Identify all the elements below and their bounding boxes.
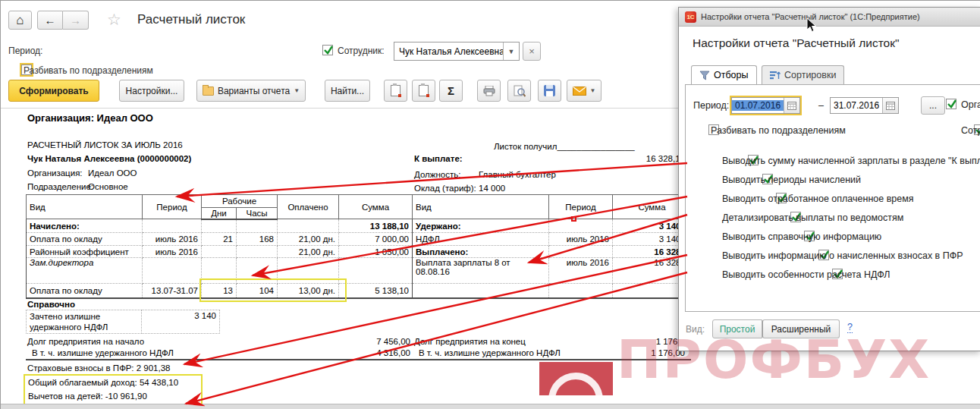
table-cell: 13,00 дн. (278, 284, 339, 298)
table-cell: Выплата зарплаты 8 от 08.08.16 (413, 258, 549, 284)
calendar-icon[interactable] (882, 98, 898, 113)
check-icon (946, 97, 958, 111)
table-cell: 13 (202, 284, 237, 298)
app-window: ⌂ ← → ☆ Расчетный листок Период: Сотрудн… (0, 0, 980, 409)
period-dash: – (818, 100, 824, 111)
table-cell: Начислено: (27, 219, 143, 233)
save-icon (544, 85, 555, 96)
incl-ndfl-right-label: В т. ч. излишне удержанного НДФЛ (419, 348, 561, 357)
dialog-heading: Настройки отчета "Расчетный листок" (693, 36, 899, 50)
red-marker-annotation (571, 216, 576, 222)
debt-end-value: 1 176,0 (592, 337, 685, 346)
table-cell: 13.07-31.07 (143, 284, 202, 298)
col-header: Рабочие (202, 195, 278, 208)
dialog-period-label: Период: (693, 100, 729, 111)
tab-sorting[interactable]: Сортировки (762, 65, 844, 84)
calendar-icon[interactable] (784, 98, 799, 113)
printer-icon (483, 86, 495, 96)
forward-button[interactable]: → (63, 11, 89, 30)
table-cell: 13 188,10 (339, 219, 413, 233)
sum-button[interactable]: Σ (439, 80, 463, 102)
table-cell: Выплачено: (413, 246, 549, 258)
incl-ndfl-left-value: 4 316,00 (319, 348, 410, 357)
period-to-field[interactable]: 31.07.2016 (830, 97, 899, 114)
table-cell: Зам.директора (27, 258, 143, 284)
period-from-value: 01.07.2016 (732, 100, 784, 111)
view-mode-label: Вид: (686, 324, 705, 335)
1c-logo-icon: 1С (685, 11, 696, 23)
check-icon (322, 43, 335, 57)
table-cell: 1 050,00 (339, 246, 413, 258)
dropdown-arrow-icon[interactable]: ▼ (503, 42, 519, 60)
option-label-7: Выводить особенности расчета НДФЛ (722, 269, 890, 280)
settings-button[interactable]: Настройки... (119, 80, 184, 102)
clear-employee-button[interactable]: × (523, 42, 541, 61)
copy-settings-button[interactable] (412, 80, 435, 102)
period-label: Период: (8, 46, 42, 56)
help-link[interactable]: ? (847, 322, 853, 333)
clipboard-icon (391, 85, 400, 96)
email-icon (573, 87, 586, 96)
option-label-3: Выводить отработанное оплаченное время (722, 193, 914, 204)
income-line: Общий облагаемый доход: 54 438,10 (28, 378, 178, 387)
employee-checkbox[interactable] (322, 45, 333, 55)
org-filter-checkbox[interactable] (946, 99, 956, 109)
back-button[interactable]: ← (37, 11, 63, 30)
dialog-split-label: Разбивать по подразделениям (711, 125, 846, 136)
table-cell: 21 (202, 233, 237, 246)
col-header: Сумма (339, 195, 413, 219)
table-cell: Удержано: (413, 219, 549, 233)
sort-icon (770, 71, 781, 80)
period-more-button[interactable]: ... (921, 96, 945, 115)
view-extended-button[interactable]: Расширенный (762, 319, 840, 338)
report-variant-icon (203, 87, 214, 96)
back-icon: ← (45, 14, 56, 27)
close-icon: × (529, 46, 535, 57)
table-cell: 7 000,00 (339, 233, 413, 246)
position-value: Главный бухгалтер (479, 170, 556, 179)
save-button[interactable] (538, 80, 561, 102)
employee-label: Сотрудник: (338, 46, 385, 56)
home-icon: ⌂ (16, 14, 24, 27)
home-button[interactable]: ⌂ (8, 11, 32, 30)
view-simple-button[interactable]: Простой (712, 319, 762, 338)
tab-filters[interactable]: Отборы (691, 65, 757, 84)
chevron-down-icon: ▼ (590, 87, 596, 94)
department-label: Подразделение: (27, 182, 93, 191)
position-label: Должность: (414, 170, 460, 179)
preview-button[interactable] (507, 80, 531, 102)
col-header: Период (143, 195, 202, 219)
table-cell: 5 138,10 (339, 284, 413, 298)
generate-button[interactable]: Сформировать (8, 80, 99, 102)
report-period-title: РАСЧЕТНЫЙ ЛИСТОК ЗА ИЮЛЬ 2016 (27, 140, 183, 149)
print-button[interactable] (477, 80, 501, 102)
col-header: Вид (27, 195, 143, 219)
reference-title: Справочно (27, 300, 75, 309)
received-label: Листок получил________________ (494, 142, 635, 151)
pfr-line: Страховые взносы в ПФР: 2 901,38 (27, 363, 170, 373)
org-filter-label: Орга (961, 99, 980, 110)
send-email-button[interactable]: ▼ (567, 80, 602, 102)
report-employee: Чук Наталья Алексеевна (0000000002) (27, 154, 191, 163)
report-org-title: Организация: Идеал ООО (27, 112, 153, 124)
nav-buttons: ← → (37, 11, 89, 30)
offset-ndfl-value: 3 140 (141, 310, 220, 334)
org-value: Идеал ООО (88, 168, 137, 178)
window-bottom-bar (1, 404, 980, 409)
clipboard-icon (419, 85, 429, 96)
table-cell: июль 2016 (143, 233, 202, 246)
report-bottom-rule (26, 359, 691, 360)
col-header: Оплачено (278, 195, 339, 219)
favorite-star-icon[interactable]: ☆ (107, 11, 121, 29)
report-variants-button[interactable]: Варианты отчета ▼ (196, 80, 306, 102)
dialog-titlebar-text: Настройки отчета "Расчетный листок" (1С:… (701, 12, 920, 21)
paste-settings-button[interactable] (384, 80, 407, 102)
find-button[interactable]: Найти... (325, 80, 370, 102)
employee-combo[interactable]: Чук Наталья Алексеевна ▼ (394, 42, 520, 61)
dialog-titlebar[interactable]: 1С Настройки отчета "Расчетный листок" (… (679, 8, 980, 27)
offset-ndfl-label: Зачтено излишне удержанного НДФЛ (26, 310, 142, 334)
employee-filter-label: Сотру (961, 125, 980, 136)
deductions-line: Вычетов на детей: -10 961,90 (28, 392, 147, 401)
period-from-field[interactable]: 01.07.2016 (731, 97, 800, 114)
report-variants-label: Варианты отчета (218, 86, 290, 96)
